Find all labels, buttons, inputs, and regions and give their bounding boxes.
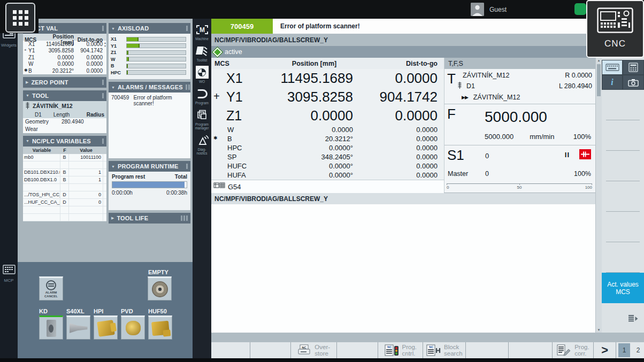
widget-runtime-header[interactable]: ▼ PROGRAM RUNTIME [109,161,190,172]
menu-item-wo[interactable]: WO [193,66,211,83]
tool-button[interactable] [148,315,172,340]
tap-tool-icon [457,81,462,91]
widget-zero-point-header[interactable]: ▶ ZERO POINT [23,77,106,88]
softkey-empty-1[interactable] [211,342,250,358]
empty-slot-button[interactable] [148,276,172,301]
menu-item-machine[interactable]: M Machine [193,23,211,41]
gcode-line[interactable] [211,240,595,251]
widget-zero-point: ▶ ZERO POINT [23,77,106,88]
softkey-empty-3[interactable] [336,342,378,358]
menu-item-diagnostics[interactable]: Diag-nostics [193,134,211,155]
axis-row-small[interactable]: ✱B 20.3212° 0.0000 [211,134,444,143]
widget-alarms-header[interactable]: ▼ ALARMS / MESSAGES [109,82,190,93]
softkey-empty-2[interactable] [250,342,290,358]
rail-mcp-button[interactable]: MCP [0,265,18,283]
gcode-line[interactable] [211,228,595,240]
vertical-softkeys: Act. values MCS [602,90,644,334]
axis-row-large[interactable]: X1 11495.1689 0.0000 [211,69,444,88]
app-grid-button[interactable] [5,3,35,33]
softkey[interactable] [602,120,644,151]
widget-axisload: ▼ AXISLOAD X1 Y1 [109,23,190,79]
screenshot-button[interactable] [623,75,644,90]
virtual-keyboard-button[interactable] [602,60,623,75]
sidebar-icon-rows: i [602,60,644,90]
scroll-up-icon[interactable]: ▲ [596,59,602,62]
widget-title: NC/PLC VARIABLES [32,138,91,144]
gcode-editor[interactable] [211,204,595,263]
softkey[interactable] [602,181,644,212]
info-button[interactable]: i [602,75,623,90]
scrollbar-arrows[interactable]: ▲▼ [104,41,106,48]
editor-scrollbar[interactable]: ▲ ▼ [595,58,602,333]
scroll-down-icon[interactable]: ▼ [596,328,602,332]
scroll-thumb[interactable] [597,64,601,96]
menu-item-program-manager[interactable]: Program manager [193,109,211,130]
ncplc-row[interactable]: DB100.DBX1.0B1 [23,176,106,184]
zero-offset-row[interactable]: G54 [211,180,444,193]
ncplc-row[interactable] [23,206,106,214]
alarm-row[interactable]: 700459Error of platform scanner! [109,94,190,107]
softkey-prog-cntrl[interactable]: NC Prog.cntrl. [378,342,423,358]
act-val-row[interactable]: Z1 0.0000 0.0000 [23,54,106,61]
tool-image [97,320,115,337]
ncplc-row[interactable] [23,184,106,191]
tool-button[interactable] [121,315,145,340]
softkey-overstore[interactable]: NC Over-store [290,342,336,358]
softkey[interactable] [602,151,644,181]
axis-row-large[interactable]: Z1 0.0000 0.0000 [211,106,444,125]
widget-ncplc-header[interactable]: ▼ NC/PLC VARIABLES [23,136,106,147]
softkey[interactable] [602,212,644,242]
softkey-prog-corr[interactable]: Prog.corr. [552,342,593,358]
softkey-empty[interactable] [602,242,644,273]
axis-row-small[interactable]: HUFA 0.0000° 0.0000 [211,171,444,180]
widget-alarms: ▼ ALARMS / MESSAGES 700459Error of platf… [109,82,190,158]
user-account[interactable]: Guest [471,3,507,16]
page-tab-1[interactable]: 1 [618,343,630,357]
pin-icon [102,93,104,98]
act-val-row[interactable]: ✱B 20.3212° 0.0000 [23,67,106,74]
act-val-row[interactable]: X1 11495.1689 0.0000 [23,41,106,48]
ncplc-row[interactable]: DB101.DBX210.0B1 [23,169,106,176]
ncplc-row[interactable]: ...HUF_CC_CA_RVND0 [23,199,106,206]
softkey-empty-5[interactable] [508,342,552,358]
softkey[interactable] [602,90,644,120]
act-val-row[interactable]: +Y1 3095.8258 904.1742 [23,48,106,55]
ncplc-row[interactable] [23,214,106,221]
softkey-next-bar[interactable]: > [593,342,616,358]
axis-row-small[interactable]: SP 348.2405° 0.0000 [211,152,444,161]
widget-axisload-header[interactable]: ▼ AXISLOAD [109,23,190,34]
tool-button[interactable] [39,315,63,340]
cnc-panel-icon [597,7,633,35]
alarm-line[interactable]: 700459 Error of platform scanner! [211,19,602,34]
widget-tool-life-header[interactable]: ▶ TOOL LIFE [109,213,190,224]
gcode-line[interactable] [211,216,595,228]
calculator-button[interactable] [623,60,644,75]
cnc-overlay-window[interactable]: CNC [586,0,644,58]
act-val-row[interactable]: W 0.0000 0.0000 [23,61,106,68]
softkey-block-search[interactable]: NC Blocksearch [423,342,465,358]
tool-button[interactable] [94,315,118,340]
ncplc-row[interactable]: mb0B10011100 [23,154,106,161]
axis-row-small[interactable]: W 0.0000 0.0000 [211,125,444,134]
axis-row-small[interactable]: HUFC 0.0000° 0.0000 [211,161,444,171]
ncplc-row[interactable] [23,161,106,169]
widget-tool-header[interactable]: ▼ TOOL [23,90,106,101]
alarm-cancel-button[interactable]: ALARMCANCEL [39,276,63,301]
spindle-state: II [565,151,570,159]
page-tab-2[interactable]: 2 [632,343,644,357]
gcode-line[interactable] [211,251,595,263]
menu-item-program[interactable]: Program [193,87,211,105]
editor-empty-area[interactable] [211,263,595,333]
gcode-line[interactable] [211,204,595,216]
softkey-menu-extension[interactable] [602,303,644,334]
axis-row-large[interactable]: +Y1 3095.8258 904.1742 [211,88,444,106]
menu-item-toollist[interactable]: Toollist [193,44,211,62]
svg-text:NC: NC [387,345,392,349]
pin-icon [186,26,188,31]
tool-button[interactable] [66,315,90,340]
softkey-empty-4[interactable] [465,342,508,358]
axis-row-small[interactable]: HPC 0.0000° 0.0000 [211,143,444,152]
softkey-act-values-mcs[interactable]: Act. values MCS [602,273,644,303]
ncplc-row[interactable]: .../TOS_HPI_CC_RVND0 [23,191,106,199]
tap-tool-icon [25,102,30,111]
